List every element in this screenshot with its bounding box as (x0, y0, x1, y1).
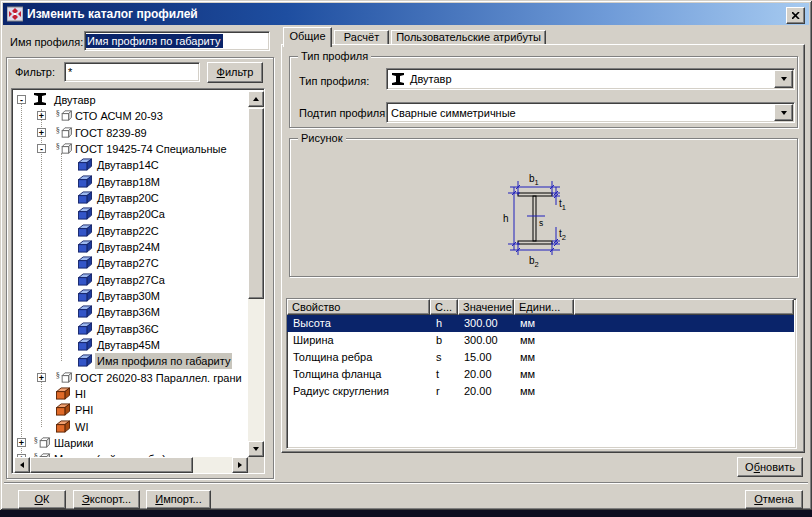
cancel-button[interactable]: Отмена (745, 490, 803, 509)
filter-button-rest: ильтр (225, 66, 254, 78)
tree-item[interactable]: - ГОСТ 19425-74 Специальные (14, 141, 248, 157)
ok-rest: К (43, 493, 49, 505)
tree-horizontal-scrollbar[interactable] (14, 457, 248, 473)
filter-input[interactable]: * (64, 62, 200, 82)
prop-name: Радиус скругления (293, 383, 389, 400)
tree-item-label: Двутавр24М (95, 239, 162, 255)
prop-symbol: r (436, 383, 440, 400)
import-rest: мпорт... (163, 493, 202, 505)
expand-icon[interactable]: + (37, 373, 46, 382)
tree-item-label: ГОСТ 8239-89 (73, 125, 149, 141)
column-header-value[interactable]: Значение (458, 299, 514, 315)
filter-button-accel: Ф (217, 66, 225, 78)
expand-icon[interactable]: + (37, 128, 46, 137)
tree-vertical-scrollbar[interactable] (248, 91, 264, 457)
tree-item[interactable]: Двутавр45М (14, 337, 248, 353)
profile-type-field[interactable]: Двутавр (388, 70, 776, 88)
ibeam-profile-icon (33, 93, 47, 105)
table-row-flange-thickness[interactable]: Толщина фланца t 20.00 мм (287, 366, 794, 383)
export-accel: Э (82, 493, 90, 505)
export-button[interactable]: Экспорт... (73, 490, 140, 509)
tab-calculation[interactable]: Расчёт (334, 30, 389, 45)
profile-name-input[interactable]: Имя профиля по габариту (84, 31, 270, 51)
filter-button[interactable]: Фильтр (207, 62, 263, 83)
tree-item[interactable]: - Двутавр (14, 92, 248, 108)
tree-item-label: Двутавр30М (95, 288, 162, 304)
scroll-up-icon (253, 94, 259, 101)
tree-item[interactable]: + СТО АСЧМ 20-93 (14, 108, 248, 124)
prop-value: 300.00 (464, 315, 498, 332)
scroll-down-button[interactable] (248, 441, 264, 457)
filter-value: * (68, 66, 72, 78)
tree-item[interactable]: Двутавр30М (14, 288, 248, 304)
export-rest: кспорт... (90, 493, 131, 505)
tree-item[interactable]: + ГОСТ 8239-89 (14, 125, 248, 141)
table-row-fillet-radius[interactable]: Радиус скругления r 20.00 мм (287, 383, 794, 400)
tree-item-label: Двутавр36М (95, 304, 162, 320)
profile-type-combobox[interactable]: Двутавр (386, 68, 795, 90)
vertical-scroll-thumb[interactable] (248, 108, 264, 299)
prop-unit: мм (520, 332, 535, 349)
column-header-property[interactable]: Свойство (287, 299, 430, 315)
tree-item[interactable]: Двутавр36М (14, 304, 248, 320)
scroll-down-icon (253, 447, 259, 454)
tree-item[interactable]: WI (14, 419, 248, 435)
chevron-down-icon (781, 111, 787, 118)
scroll-left-icon (17, 462, 24, 468)
import-button[interactable]: Импорт... (146, 490, 211, 509)
ok-button[interactable]: ОК (18, 490, 66, 509)
tree-item[interactable]: Двутавр18М (14, 174, 248, 190)
tree-item[interactable]: Двутавр27Са (14, 272, 248, 288)
profile-subtype-field[interactable]: Сварные симметричные (388, 104, 776, 121)
catalog-section-icon (55, 126, 73, 139)
tree-item[interactable]: Двутавр27С (14, 255, 248, 271)
expand-icon[interactable]: + (17, 438, 26, 447)
tree-item[interactable]: Двутавр20С (14, 190, 248, 206)
table-row-web-thickness[interactable]: Толщина ребра s 15.00 мм (287, 349, 794, 366)
dim-label-s: s (539, 218, 543, 228)
tab-custom-attributes[interactable]: Пользовательские атрибуты (391, 30, 546, 45)
dim-label-t1: t1 (559, 198, 566, 212)
tree-item-label: Двутавр (52, 92, 98, 108)
column-header-label: Значение (463, 301, 512, 313)
tree-item[interactable]: Двутавр24М (14, 239, 248, 255)
table-row-height[interactable]: Высота h 300.00 мм (287, 315, 794, 332)
catalog-section-icon (33, 436, 51, 449)
collapse-icon[interactable]: - (37, 144, 46, 153)
scroll-right-button[interactable] (232, 457, 248, 473)
profile-type-dropdown-button[interactable] (774, 70, 793, 88)
tab-general[interactable]: Общие (283, 27, 332, 47)
web (533, 196, 536, 241)
horizontal-scroll-thumb[interactable] (30, 457, 193, 473)
tree-item[interactable]: Двутавр36С (14, 321, 248, 337)
scroll-up-button[interactable] (248, 91, 264, 107)
profile-blue-cube-icon (77, 305, 93, 318)
tree-item[interactable]: HI (14, 386, 248, 402)
tree-item[interactable]: + Шарики (14, 435, 248, 451)
picture-group: Рисунок (289, 138, 798, 277)
update-button[interactable]: Обновить (737, 457, 803, 477)
tree-item[interactable]: Двутавр22С (14, 223, 248, 239)
tree-item[interactable]: Двутавр14С (14, 157, 248, 173)
column-header-units[interactable]: Едини... (514, 299, 574, 315)
table-row-width[interactable]: Ширина b 300.00 мм (287, 332, 794, 349)
tab-custom-attributes-label: Пользовательские атрибуты (396, 31, 541, 43)
profile-subtype-combobox[interactable]: Сварные симметричные (386, 102, 795, 123)
column-header-symbol[interactable]: С... (430, 299, 458, 315)
profile-orange-cube-icon (55, 387, 71, 400)
title-bar[interactable]: Изменить каталог профилей (3, 3, 809, 25)
prop-unit: мм (520, 349, 535, 366)
scroll-left-button[interactable] (14, 457, 30, 473)
tree-item[interactable]: PHI (14, 402, 248, 418)
expand-icon[interactable]: + (37, 111, 46, 120)
tree-item-selected[interactable]: Имя профиля по габариту (14, 353, 248, 369)
collapse-icon[interactable]: - (17, 95, 26, 104)
close-button[interactable] (786, 7, 805, 24)
prop-value: 20.00 (464, 366, 492, 383)
type-label: Тип профиля: (299, 75, 369, 87)
tree-item[interactable]: Двутавр20Са (14, 206, 248, 222)
tree-item[interactable]: + ГОСТ 26020-83 Параллел. грани (14, 370, 248, 386)
subtype-label: Подтип профиля: (299, 107, 388, 119)
profile-subtype-dropdown-button[interactable] (774, 104, 793, 121)
dim-label-t2: t2 (559, 228, 566, 242)
